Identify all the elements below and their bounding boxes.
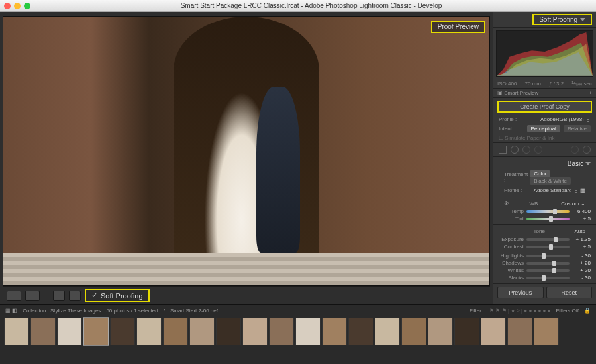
filmstrip-thumbnail[interactable] <box>30 318 56 345</box>
meta-iso: ISO 400 <box>497 81 517 87</box>
profile-dropdown[interactable]: AdobeRGB (1998) ⋮ <box>540 116 591 122</box>
meta-aperture: ƒ / 3.2 <box>549 81 564 87</box>
exposure-slider[interactable] <box>526 238 570 241</box>
smart-preview-indicator: ▣ Smart Preview+ <box>493 88 596 98</box>
filmstrip-thumbnail[interactable] <box>83 318 109 345</box>
filmstrip-thumbnail[interactable] <box>428 318 453 345</box>
blacks-slider[interactable] <box>526 277 570 279</box>
wb-dropdown[interactable]: Custom ⌄ <box>561 201 585 206</box>
preview-toolbar: ✓ Soft Proofing <box>3 286 490 304</box>
filmstrip-thumbnail[interactable] <box>295 318 321 345</box>
soft-proofing-panel-toggle[interactable]: Soft Proofing <box>532 14 592 25</box>
develop-module: Proof Preview ✓ Soft Proofing Soft Proof… <box>0 12 596 304</box>
profile-label: Profile : <box>499 116 517 122</box>
histogram[interactable] <box>496 30 593 77</box>
filmstrip-thumbnail[interactable] <box>401 318 426 345</box>
intent-relative-button[interactable]: Relative <box>564 125 591 132</box>
preview-area: Proof Preview ✓ Soft Proofing <box>0 12 493 304</box>
filmstrip: ▦ ◧ Collection : Stylize These Images 50… <box>0 304 596 351</box>
intent-label: Intent : <box>499 126 515 132</box>
profile-standard-dropdown[interactable]: Adobe Standard ⋮ ▦ <box>534 187 585 193</box>
loupe-view-button[interactable] <box>7 291 21 301</box>
temp-slider[interactable] <box>526 210 570 213</box>
tint-slider[interactable] <box>526 218 570 220</box>
simulate-paper-ink-checkbox[interactable]: ☐ Simulate Paper & Ink <box>499 135 554 141</box>
checkmark-icon: ✓ <box>91 291 98 300</box>
filmstrip-thumbnail[interactable] <box>269 318 294 345</box>
filter-label: Filter : <box>470 308 484 314</box>
meta-focal: 70 mm <box>524 81 540 87</box>
filmstrip-thumbnail[interactable] <box>481 318 506 345</box>
filmstrip-thumbnail[interactable] <box>189 318 215 345</box>
right-panel: Soft Proofing ISO 400 70 mm ƒ / 3.2 ¹⁄₂₅… <box>493 12 596 304</box>
gamut-warning-row[interactable] <box>493 142 596 157</box>
photo-count: 50 photos / 1 selected <box>106 308 158 314</box>
collection-label[interactable]: Collection : Stylize These Images <box>23 308 101 314</box>
create-proof-copy-button[interactable]: Create Proof Copy <box>497 101 592 113</box>
whites-slider[interactable] <box>526 269 570 272</box>
photo-content <box>3 17 489 285</box>
soft-proofing-checkbox[interactable]: ✓ Soft Proofing <box>85 289 150 302</box>
treatment-color-button[interactable]: Color <box>530 170 550 177</box>
filmstrip-thumbnail[interactable] <box>322 318 347 345</box>
basic-panel-header[interactable]: Basic <box>568 160 583 167</box>
chevron-down-icon <box>585 162 591 165</box>
thumbnail-strip[interactable] <box>0 316 596 351</box>
previous-button[interactable]: Previous <box>497 287 544 298</box>
soft-proofing-label: Soft Proofing <box>101 292 143 300</box>
minimize-window-icon[interactable] <box>14 3 21 9</box>
window-title: Smart Start Package LRCC Classic.lrcat -… <box>30 2 592 9</box>
contrast-slider[interactable] <box>526 246 570 248</box>
shadows-slider[interactable] <box>526 262 570 265</box>
filmstrip-thumbnail[interactable] <box>242 318 268 345</box>
compare-yy-button[interactable] <box>53 291 65 301</box>
meta-shutter: ¹⁄₂₅₀₀ sec <box>571 81 592 87</box>
highlights-slider[interactable] <box>526 255 570 257</box>
filmstrip-thumbnail[interactable] <box>110 318 135 345</box>
close-window-icon[interactable] <box>4 3 11 9</box>
filmstrip-thumbnail[interactable] <box>4 318 29 345</box>
chevron-down-icon <box>580 18 585 21</box>
filmstrip-thumbnail[interactable] <box>216 318 241 345</box>
window-titlebar: Smart Start Package LRCC Classic.lrcat -… <box>0 0 596 12</box>
image-canvas[interactable]: Proof Preview <box>3 16 490 286</box>
proof-preview-badge: Proof Preview <box>431 21 485 33</box>
intent-perceptual-button[interactable]: Perceptual <box>527 125 560 132</box>
filmstrip-thumbnail[interactable] <box>507 318 532 345</box>
filter-lock-icon[interactable]: 🔒 <box>584 308 591 314</box>
reset-button[interactable]: Reset <box>546 287 593 298</box>
compare-yy2-button[interactable] <box>69 291 81 301</box>
filmstrip-thumbnail[interactable] <box>57 318 82 345</box>
filmstrip-thumbnail[interactable] <box>163 318 188 345</box>
filmstrip-thumbnail[interactable] <box>534 318 559 345</box>
before-after-button[interactable] <box>25 291 40 301</box>
auto-tone-button[interactable]: Auto <box>575 228 585 234</box>
maximize-window-icon[interactable] <box>24 3 30 9</box>
treatment-bw-button[interactable]: Black & White <box>530 177 571 185</box>
filmstrip-thumbnail[interactable] <box>348 318 373 345</box>
filmstrip-thumbnail[interactable] <box>136 318 162 345</box>
filmstrip-thumbnail[interactable] <box>375 318 400 345</box>
filmstrip-thumbnail[interactable] <box>454 318 479 345</box>
filters-off-button[interactable]: Filters Off <box>556 308 579 314</box>
current-file: Smart Start 2-06.nef <box>170 308 218 314</box>
